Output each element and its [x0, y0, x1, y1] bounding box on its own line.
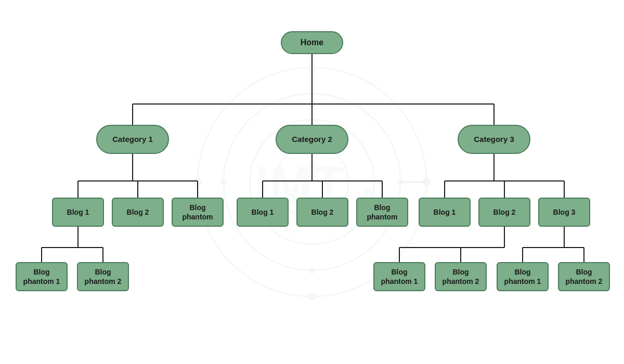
c1b3-label: Blogphantom — [182, 203, 213, 222]
c3b3p1-label: Blogphantom 1 — [504, 267, 541, 286]
cat1-label: Category 1 — [112, 134, 153, 145]
c3b2p2-label: Blogphantom 2 — [443, 267, 479, 286]
c2b2-label: Blog 2 — [311, 207, 334, 217]
c3-blog1-node: Blog 1 — [419, 198, 471, 227]
c3b3-phantom1-node: Blogphantom 1 — [497, 262, 549, 291]
c2-blog1-node: Blog 1 — [237, 198, 289, 227]
c3b1-label: Blog 1 — [434, 207, 456, 217]
c2-blog2-node: Blog 2 — [296, 198, 348, 227]
home-label: Home — [301, 37, 323, 48]
c2b1-label: Blog 1 — [252, 207, 274, 217]
c1b2-label: Blog 2 — [127, 207, 149, 217]
cat3-label: Category 3 — [474, 134, 514, 145]
category3-node: Category 3 — [458, 125, 530, 154]
c3-blog3-node: Blog 3 — [538, 198, 590, 227]
c2-blog-phantom-node: Blogphantom — [356, 198, 408, 227]
c3b2-label: Blog 2 — [493, 207, 516, 217]
c3-blog2-node: Blog 2 — [478, 198, 530, 227]
category2-node: Category 2 — [276, 125, 348, 154]
c1b1-phantom1-node: Blogphantom 1 — [16, 262, 68, 291]
c3b3-phantom2-node: Blogphantom 2 — [558, 262, 610, 291]
c2b3-label: Blogphantom — [367, 203, 397, 222]
c1b1-phantom2-node: Blogphantom 2 — [77, 262, 129, 291]
c1b1p2-label: Blogphantom 2 — [85, 267, 122, 286]
home-node: Home — [281, 31, 343, 54]
cat2-label: Category 2 — [292, 134, 332, 145]
c1-blog2-node: Blog 2 — [112, 198, 164, 227]
c3b2p1-label: Blogphantom 1 — [381, 267, 418, 286]
c3b2-phantom1-node: Blogphantom 1 — [373, 262, 425, 291]
category1-node: Category 1 — [96, 125, 169, 154]
c1b1p1-label: Blogphantom 1 — [23, 267, 60, 286]
c1-blog-phantom-node: Blogphantom — [172, 198, 224, 227]
c1b1-label: Blog 1 — [67, 207, 89, 217]
c3b2-phantom2-node: Blogphantom 2 — [435, 262, 487, 291]
c3b3-label: Blog 3 — [553, 207, 576, 217]
c3b3p2-label: Blogphantom 2 — [566, 267, 603, 286]
c1-blog1-node: Blog 1 — [52, 198, 104, 227]
